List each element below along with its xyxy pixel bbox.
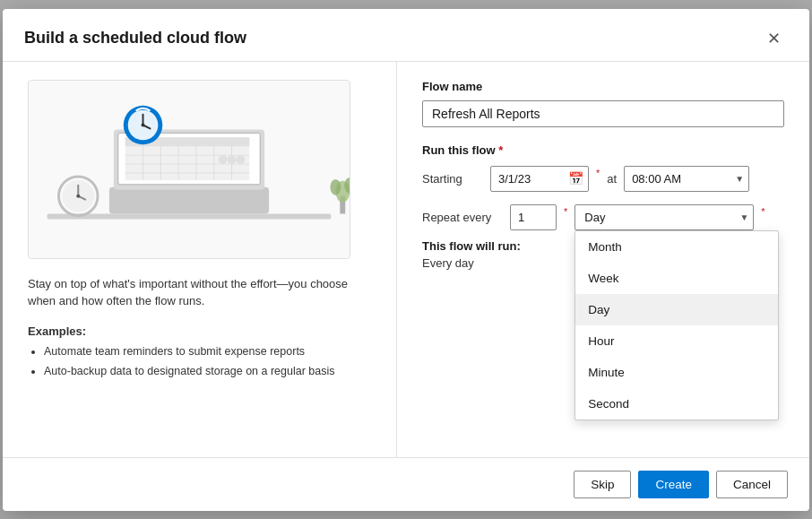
dialog-body: Stay on top of what's important without … [3, 62, 809, 457]
repeat-label: Repeat every [422, 211, 503, 224]
repeat-unit-wrap: Month Week Day Hour Minute Second ▼ Mont… [574, 204, 754, 230]
starting-row: Starting 📅 * at 08:00 AM 09:00 AM 10:00 … [422, 166, 784, 192]
example-item-1: Automate team reminders to submit expens… [44, 343, 371, 360]
required-marker-repeat: * [564, 206, 567, 217]
cancel-button[interactable]: Cancel [716, 471, 788, 498]
example-item-2: Auto-backup data to designated storage o… [44, 363, 371, 380]
dialog-title: Build a scheduled cloud flow [24, 29, 246, 48]
left-panel: Stay on top of what's important without … [3, 62, 397, 457]
repeat-unit-select[interactable]: Month Week Day Hour Minute Second [574, 204, 754, 230]
examples-list: Automate team reminders to submit expens… [28, 343, 371, 381]
at-label: at [607, 172, 617, 186]
repeat-number-input[interactable] [510, 204, 557, 230]
time-select-wrap: 08:00 AM 09:00 AM 10:00 AM ▼ [624, 166, 749, 192]
svg-point-16 [219, 155, 228, 164]
dialog-header: Build a scheduled cloud flow ✕ [3, 9, 809, 62]
flow-name-input[interactable] [422, 100, 784, 127]
svg-point-32 [76, 194, 80, 197]
required-marker-unit: * [761, 206, 764, 217]
dialog-footer: Skip Create Cancel [3, 457, 809, 511]
repeat-unit-dropdown: Month Week Day Hour Minute Second [574, 230, 779, 420]
svg-rect-1 [48, 213, 332, 219]
close-button[interactable]: ✕ [760, 25, 788, 52]
dropdown-item-week[interactable]: Week [575, 263, 778, 294]
description-text: Stay on top of what's important without … [28, 275, 371, 310]
dropdown-item-month[interactable]: Month [575, 231, 778, 263]
date-input-wrap: 📅 [490, 166, 589, 192]
time-select[interactable]: 08:00 AM 09:00 AM 10:00 AM [624, 166, 749, 192]
create-button[interactable]: Create [638, 471, 709, 498]
dropdown-item-minute[interactable]: Minute [575, 357, 778, 388]
dropdown-item-day[interactable]: Day [575, 294, 778, 325]
svg-rect-2 [109, 186, 269, 213]
svg-point-17 [228, 155, 237, 164]
required-marker-date: * [596, 168, 600, 178]
dropdown-item-second[interactable]: Second [575, 388, 778, 420]
svg-point-23 [142, 123, 145, 126]
scheduled-flow-dialog: Build a scheduled cloud flow ✕ [3, 9, 809, 511]
required-star: * [498, 143, 503, 157]
svg-point-26 [330, 178, 341, 195]
illustration [28, 80, 350, 259]
right-panel: Flow name Run this flow * Starting 📅 [397, 62, 809, 457]
run-flow-group: Run this flow * Starting 📅 * at 08:00 AM [422, 143, 784, 270]
starting-label: Starting [422, 172, 483, 186]
repeat-row: Repeat every * Month Week Day Hour Minut… [422, 204, 784, 230]
flow-name-label: Flow name [422, 80, 784, 93]
run-section-label: Run this flow * [422, 143, 784, 157]
date-input[interactable] [490, 166, 589, 192]
dropdown-item-hour[interactable]: Hour [575, 325, 778, 357]
svg-point-18 [236, 155, 245, 164]
examples-title: Examples: [28, 324, 371, 338]
flow-name-group: Flow name [422, 80, 784, 127]
skip-button[interactable]: Skip [574, 471, 631, 498]
